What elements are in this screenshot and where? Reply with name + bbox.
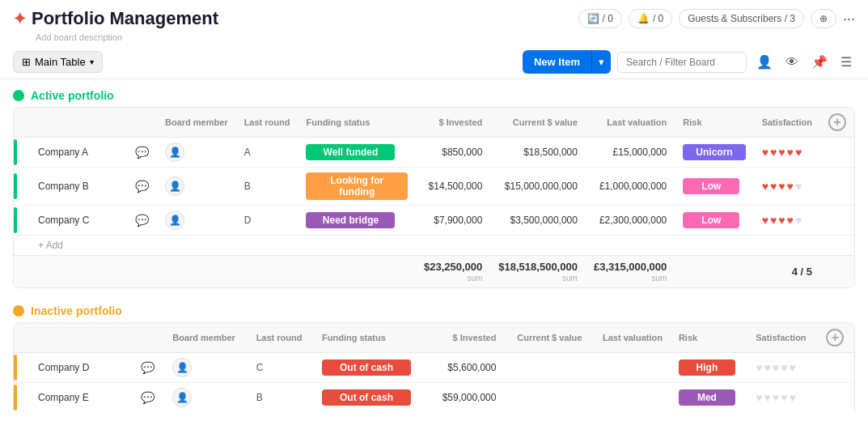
last-valuation-cell: £2,300,000,000	[586, 206, 675, 236]
guests-button[interactable]: Guests & Subscribers / 3	[679, 9, 804, 28]
funding-status-cell: Out of cash	[314, 353, 426, 383]
plus-icon: ⊕	[819, 13, 828, 24]
color-indicator	[14, 355, 17, 381]
heart-empty: ♥	[781, 361, 787, 374]
color-col-header	[14, 108, 30, 138]
sum-satisfaction-value: 4 / 5	[762, 266, 812, 278]
add-row-label[interactable]: + Add	[30, 236, 854, 256]
row-color-bar	[14, 383, 30, 412]
last-round-cell: A	[236, 138, 299, 168]
activity-count: / 0	[603, 13, 613, 24]
new-item-button[interactable]: New Item	[523, 50, 591, 74]
pin-icon[interactable]: 📌	[808, 51, 831, 73]
inactive-group-dot	[13, 305, 24, 317]
inbox-icon: 🔔	[637, 13, 650, 24]
last-round-col-header: Last round	[236, 108, 299, 138]
active-portfolio-table: Board member Last round Funding status $…	[13, 107, 855, 288]
funding-status-cell: Looking for funding	[298, 168, 416, 206]
table-row: Company C 💬 👤 D Need bridge $7,900,000 $…	[14, 206, 854, 236]
heart-filled: ♥	[795, 146, 802, 159]
current-value-cell: $18,500,000	[490, 138, 586, 168]
sum-current: $18,518,500,000 sum	[490, 256, 586, 288]
round-label: B	[256, 392, 263, 403]
invested-cell: $59,000,000	[426, 383, 505, 412]
chat-cell[interactable]: 💬	[127, 168, 157, 206]
color-indicator	[14, 139, 17, 165]
company-name-cell: Company E	[30, 383, 133, 412]
new-item-dropdown-button[interactable]: ▾	[591, 50, 611, 74]
add-row[interactable]: + Add	[14, 236, 854, 256]
person-icon[interactable]: 👤	[753, 51, 776, 73]
risk-badge: Low	[683, 178, 739, 194]
heart-empty: ♥	[764, 361, 771, 374]
company-name: Company A	[38, 147, 88, 158]
risk-badge: Low	[683, 212, 739, 228]
invested-col-header: $ Invested	[416, 108, 490, 138]
satisfaction-cell: ♥♥♥♥♥	[747, 353, 818, 383]
last-valuation-col-header: Last valuation	[590, 323, 671, 353]
add-row-color	[14, 236, 30, 256]
funding-status-cell: Well funded	[298, 138, 416, 168]
active-group-header: Active portfolio	[13, 89, 855, 102]
chat-cell[interactable]: 💬	[127, 138, 157, 168]
heart-empty: ♥	[789, 391, 795, 404]
invested-cell: $5,600,000	[426, 353, 505, 383]
current-value-cell	[504, 383, 590, 412]
color-indicator	[14, 207, 17, 233]
color-col-header	[14, 323, 30, 353]
app-logo-icon: ✦	[13, 9, 27, 28]
heart-empty: ♥	[773, 391, 779, 404]
risk-col-header: Risk	[671, 323, 747, 353]
heart-filled: ♥	[778, 146, 785, 159]
extra-cell	[820, 138, 854, 168]
heart-filled: ♥	[778, 180, 785, 193]
extra-cell	[820, 168, 854, 206]
board-member-col-header: Board member	[164, 323, 248, 353]
chat-cell[interactable]: 💬	[133, 353, 164, 383]
chat-cell[interactable]: 💬	[127, 206, 157, 236]
inactive-portfolio-group: Inactive portfolio Board member Last rou…	[13, 304, 855, 411]
top-bar-right: 🔄 / 0 🔔 / 0 Guests & Subscribers / 3 ⊕ ·…	[578, 9, 855, 28]
main-table-label: Main Table	[35, 56, 86, 68]
funding-badge: Out of cash	[322, 359, 411, 376]
sum-current-value: $18,518,500,000	[498, 261, 578, 273]
chat-cell[interactable]: 💬	[133, 383, 164, 412]
extra-cell	[818, 353, 854, 383]
current-value-col-header: Current $ value	[490, 108, 586, 138]
sum-row: $23,250,000 sum $18,518,500,000 sum £3,3…	[14, 256, 854, 288]
funding-badge: Well funded	[306, 144, 395, 160]
funding-status-cell: Out of cash	[314, 383, 426, 412]
last-valuation-cell: £15,000,000	[586, 138, 675, 168]
invite-button[interactable]: ⊕	[811, 9, 836, 28]
content: Active portfolio Board member Last round…	[0, 79, 868, 411]
active-table-header: Board member Last round Funding status $…	[14, 108, 854, 138]
chat-icon: 💬	[135, 214, 149, 227]
extra-cell	[818, 383, 854, 412]
color-indicator	[14, 173, 17, 199]
main-table-button[interactable]: ⊞ Main Table ▾	[13, 51, 103, 73]
app-title: ✦ Portfolio Management	[13, 8, 218, 29]
current-value-cell: $15,000,000,000	[490, 168, 586, 206]
chevron-down-icon: ▾	[90, 57, 94, 66]
sum-label: sum	[562, 274, 578, 283]
table-row: Company D 💬 👤 C Out of cash $5,600,000 H…	[14, 353, 854, 383]
active-group-dot	[13, 90, 24, 101]
activity-button[interactable]: 🔄 / 0	[578, 9, 622, 28]
toolbar-left: ⊞ Main Table ▾	[13, 51, 103, 73]
add-column-button[interactable]: +	[826, 329, 844, 347]
add-column-button[interactable]: +	[828, 113, 846, 131]
active-group-title: Active portfolio	[31, 89, 114, 102]
search-input[interactable]	[617, 52, 747, 73]
more-options-button[interactable]: ···	[843, 11, 855, 28]
dots-icon: ···	[843, 11, 855, 27]
inbox-button[interactable]: 🔔 / 0	[629, 9, 672, 28]
inactive-group-title: Inactive portfolio	[31, 304, 122, 317]
chat-col-header	[127, 108, 157, 138]
top-bar: ✦ Portfolio Management 🔄 / 0 🔔 / 0 Guest…	[0, 0, 868, 32]
heart-filled: ♥	[770, 214, 777, 227]
eye-icon[interactable]: 👁	[782, 52, 802, 73]
funding-badge: Out of cash	[322, 389, 411, 406]
funding-status-cell: Need bridge	[298, 206, 416, 236]
company-name: Company C	[38, 215, 89, 226]
filter-icon[interactable]: ☰	[837, 51, 855, 73]
